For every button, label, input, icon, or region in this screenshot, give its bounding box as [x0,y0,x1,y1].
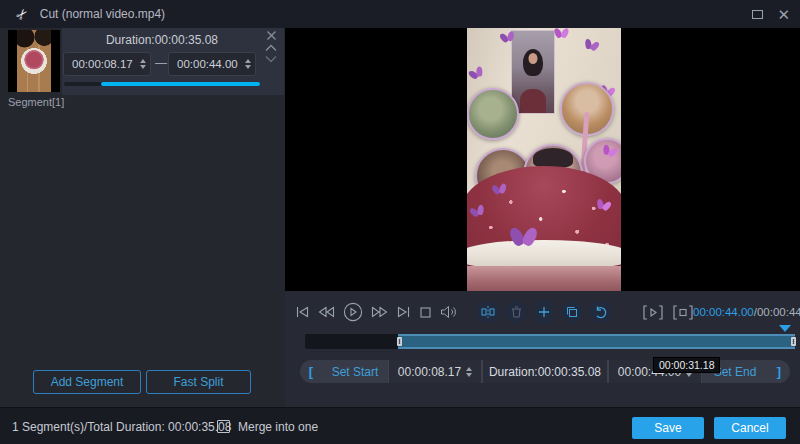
cancel-button[interactable]: Cancel [714,417,786,439]
total-time: 00:00:44.05 [757,306,800,318]
delete-segment-button[interactable] [505,301,527,323]
chevron-down-icon[interactable] [265,55,277,63]
remove-segment-icon[interactable] [266,30,277,41]
stop-segment-icon[interactable] [673,305,693,320]
spinner-down-icon[interactable] [466,373,472,377]
merge-label[interactable]: Merge into one [238,420,318,434]
rewind-icon[interactable] [318,305,335,319]
set-start-button[interactable]: Set Start [322,365,388,379]
segment-start-input[interactable]: 00:00:08.17 [63,52,151,76]
merge-checkbox[interactable] [217,420,230,433]
spinner-up-icon[interactable] [245,59,251,63]
video-preview [285,28,800,291]
spinner-up-icon[interactable] [140,59,146,63]
copy-segment-button[interactable] [561,301,583,323]
split-segment-button[interactable] [477,301,499,323]
save-button[interactable]: Save [632,417,704,439]
range-separator: — [154,56,168,70]
playhead-marker[interactable] [779,325,791,332]
trim-end-handle[interactable] [791,337,796,346]
spinner-down-icon[interactable] [686,373,692,377]
segment-summary: 1 Segment(s)/Total Duration: 00:00:35.08 [12,420,231,434]
fast-split-button[interactable]: Fast Split [146,370,251,394]
segment-card: Duration:00:00:35.08 00:00:08.17 — 00:00… [62,28,284,95]
play-icon[interactable] [343,302,363,322]
photo-topper [467,88,519,140]
fast-forward-icon[interactable] [371,305,388,319]
previous-frame-icon[interactable] [295,305,310,319]
add-button[interactable] [533,301,555,323]
close-icon[interactable]: ✕ [777,7,790,22]
time-display: 00:00:44.00/00:00:44.05 [693,306,800,318]
current-time: 00:00:44.00 [693,306,754,318]
trim-start-handle[interactable] [397,337,402,346]
segment-progress [64,82,260,86]
volume-icon[interactable] [440,305,457,319]
video-frame [467,28,621,291]
close-bracket: ] [768,364,790,379]
player-area: 00:00:44.00/00:00:44.05 [ Set Start 00:0… [285,28,800,407]
cake-base [467,266,621,291]
cut-dialog: ✂ Cut (normal video.mp4) ✕ Segment[1] Du… [0,0,800,444]
add-segment-button[interactable]: Add Segment [33,370,141,394]
next-frame-icon[interactable] [396,305,411,319]
playback-controls: 00:00:44.00/00:00:44.05 [285,291,800,333]
segment-thumbnail-image [17,30,51,92]
play-segment-icon[interactable] [643,305,663,320]
timeline-selection[interactable] [398,334,795,349]
cake-photo-frame [511,30,555,114]
segment-label: Segment[1] [8,96,64,108]
title-bar: ✂ Cut (normal video.mp4) ✕ [0,0,800,28]
open-bracket: [ [300,364,322,379]
segment-duration: Duration:00:00:35.08 [62,33,262,47]
chevron-up-icon[interactable] [265,44,277,52]
spinner-down-icon[interactable] [140,65,146,69]
reset-button[interactable] [589,301,611,323]
maximize-icon[interactable] [752,10,763,19]
segment-end-input[interactable]: 00:00:44.00 [168,52,256,76]
scissors-icon: ✂ [12,4,32,23]
status-bar: 1 Segment(s)/Total Duration: 00:00:35.08… [0,407,800,444]
window-title: Cut (normal video.mp4) [40,7,165,21]
stop-icon[interactable] [419,306,432,319]
trim-start-input[interactable]: 00:00:08.17 [388,360,482,383]
spinner-down-icon[interactable] [245,65,251,69]
segment-panel: Segment[1] Duration:00:00:35.08 00:00:08… [0,28,285,407]
trim-duration: Duration:00:00:35.08 [482,360,608,383]
spinner-up-icon[interactable] [466,367,472,371]
time-tooltip: 00:00:31.18 [653,357,720,373]
segment-progress-fill [101,82,260,86]
timeline-track[interactable] [305,334,795,349]
segment-thumbnail[interactable] [8,30,60,92]
